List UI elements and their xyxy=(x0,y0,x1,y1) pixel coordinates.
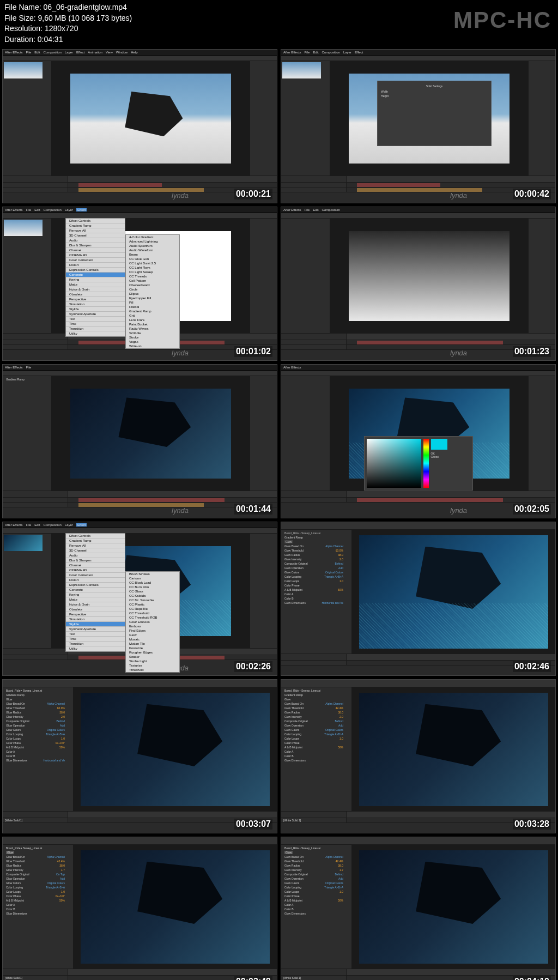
thumbnail-7[interactable]: After EffectsFileEditCompositionLayerEff… xyxy=(2,522,277,676)
menubar[interactable]: After EffectsFileEditCompositionLayerEff… xyxy=(3,50,277,56)
thumbnail-1[interactable]: After EffectsFileEditCompositionLayerEff… xyxy=(2,49,277,203)
solid-settings-dialog[interactable]: Solid Settings Width Height xyxy=(377,81,492,146)
thumbnail-6[interactable]: After Effects OK Cancel lynda 00:02:05 xyxy=(281,364,556,518)
thumbnail-11[interactable]: Board_Ride • Sweep_Lines.ai Glow Glow Ba… xyxy=(2,837,277,980)
effect-controls-panel[interactable]: Board_Ride • Sweep_Lines.ai Gradient Ram… xyxy=(281,530,347,606)
thumbnail-8[interactable]: Board_Ride • Sweep_Lines.ai Gradient Ram… xyxy=(281,522,556,676)
effect-menu-stylize[interactable]: Effect Controls Gradient Ramp Remove All… xyxy=(65,533,125,652)
color-field[interactable] xyxy=(367,439,421,488)
timestamp: 00:00:21 xyxy=(234,189,272,199)
thumbnail-3[interactable]: After EffectsFileEditCompositionLayerEff… xyxy=(2,207,277,361)
file-info-header: File Name: 06_06-gradientglow.mp4 File S… xyxy=(0,0,558,47)
hue-slider[interactable] xyxy=(423,439,429,488)
mpc-watermark: MPC-HC xyxy=(453,4,551,37)
color-picker-dialog[interactable]: OK Cancel xyxy=(364,436,473,491)
effect-menu[interactable]: Effect Controls Gradient Ramp Remove All… xyxy=(65,218,125,337)
thumbnail-9[interactable]: Board_Ride • Sweep_Lines.ai Gradient Ram… xyxy=(2,679,277,833)
thumbnail-2[interactable]: After EffectsFileEditCompositionLayerEff… xyxy=(281,49,556,203)
thumbnail-4[interactable]: After EffectsFileEditComposition lynda 0… xyxy=(281,207,556,361)
thumbnail-grid: After EffectsFileEditCompositionLayerEff… xyxy=(0,47,558,980)
color-swatch xyxy=(431,439,447,450)
thumbnail-10[interactable]: Board_Ride • Sweep_Lines.ai Gradient Ram… xyxy=(281,679,556,833)
stylize-submenu[interactable]: Brush Strokes Cartoon CC Block Load CC B… xyxy=(125,571,180,673)
thumbnail-12[interactable]: Board_Ride • Sweep_Lines.ai Glow Glow Ba… xyxy=(281,837,556,980)
generate-submenu[interactable]: 4-Color Gradient Advanced Lightning Audi… xyxy=(125,234,180,349)
thumbnail-5[interactable]: After EffectsFile Gradient Ramp lynda 00… xyxy=(2,364,277,518)
